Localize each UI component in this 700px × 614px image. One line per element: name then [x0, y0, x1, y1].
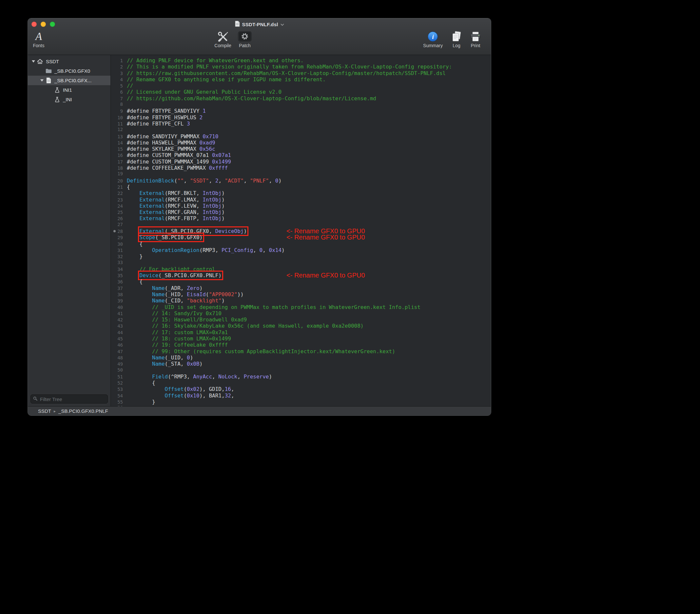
code-text: // This is a modified PNLF version origi… — [123, 64, 452, 70]
code-line-30[interactable]: 30 { — [111, 241, 491, 247]
code-text: // 18: custom LMAX=0x1499 — [123, 336, 231, 342]
log-label: Log — [452, 43, 461, 48]
code-line-36[interactable]: 36 { — [111, 278, 491, 285]
code-line-32[interactable]: 32 } — [111, 253, 491, 260]
code-line-53[interactable]: 53 Offset(0x02), GDID,16, — [111, 386, 491, 392]
code-line-49[interactable]: 49 Name(_STA, 0x0B) — [111, 361, 491, 367]
code-line-29[interactable]: 29 Scope(_SB.PCI0.GFX0)<- Rename GFX0 to… — [111, 234, 491, 240]
code-line-37[interactable]: 37 Name(_ADR, Zero) — [111, 285, 491, 291]
patch-button[interactable]: Patch — [238, 30, 252, 48]
log-button[interactable]: Log — [452, 30, 461, 48]
compile-button[interactable]: Compile — [214, 30, 231, 48]
line-number: 43 — [111, 323, 123, 329]
code-line-35[interactable]: 35 Device(_SB.PCI0.GFX0.PNLF)<- Rename G… — [111, 272, 491, 278]
code-line-9[interactable]: 9#define FBTYPE_SANDYIVY 1 — [111, 108, 491, 114]
sidebar-item-ini1[interactable]: INI1 — [28, 85, 110, 95]
method-icon — [53, 87, 61, 93]
code-line-33[interactable]: 33 — [111, 260, 491, 266]
code-text: // 15: Haswell/Broadwell 0xad9 — [123, 316, 247, 323]
line-number: 35 — [111, 273, 123, 278]
documents-icon — [452, 30, 461, 42]
patch-label: Patch — [238, 43, 252, 48]
printer-icon — [470, 30, 481, 42]
code-line-42[interactable]: 42 // 15: Haswell/Broadwell 0xad9 — [111, 316, 491, 323]
code-line-16[interactable]: 16#define CUSTOM_PWMMAX_07a1 0x07a1 — [111, 152, 491, 158]
code-line-47[interactable]: 47 // 99: Other (requires custom AppleBa… — [111, 348, 491, 354]
code-line-43[interactable]: 43 // 16: Skylake/KabyLake 0x56c (and so… — [111, 323, 491, 329]
line-number: 1 — [111, 58, 123, 63]
code-line-15[interactable]: 15#define SKYLAKE_PWMMAX 0x56c — [111, 146, 491, 152]
minimize-button[interactable] — [41, 22, 46, 27]
zoom-button[interactable] — [50, 22, 55, 27]
code-editor[interactable]: 1// Adding PNLF device for WhateverGreen… — [111, 55, 491, 406]
code-line-44[interactable]: 44 // 17: custom LMAX=0x7a1 — [111, 329, 491, 336]
code-line-26[interactable]: 26 External(RMCF.FBTP, IntObj) — [111, 215, 491, 222]
code-line-12[interactable]: 12 — [111, 127, 491, 133]
code-text: } — [123, 399, 155, 405]
fonts-button[interactable]: A Fonts — [33, 30, 44, 48]
code-line-25[interactable]: 25 External(RMCF.GRAN, IntObj) — [111, 209, 491, 215]
code-text: // For backlight control — [123, 266, 215, 272]
disclosure-triangle[interactable] — [39, 76, 45, 85]
code-line-46[interactable]: 46 // 19: CoffeeLake 0xffff — [111, 342, 491, 348]
code-line-1[interactable]: 1// Adding PNLF device for WhateverGreen… — [111, 57, 491, 64]
disclosure-triangle[interactable] — [30, 57, 36, 66]
line-number: 54 — [111, 393, 123, 398]
code-line-5[interactable]: 5// — [111, 83, 491, 89]
statusbar-breadcrumb[interactable]: SSDT ▸ _SB.PCI0.GFX0.PNLF — [28, 406, 491, 415]
line-number: 3 — [111, 71, 123, 76]
code-line-54[interactable]: 54 Offset(0x10), BAR1,32, — [111, 392, 491, 399]
code-text: #define SKYLAKE_PWMMAX 0x56c — [123, 146, 215, 152]
code-line-38[interactable]: 38 Name(_HID, EisaId("APP0002")) — [111, 291, 491, 298]
sidebar-item-ini[interactable]: _INI — [28, 95, 110, 104]
code-line-20[interactable]: 20DefinitionBlock("", "SSDT", 2, "ACDT",… — [111, 178, 491, 184]
code-line-6[interactable]: 6// Licensed under GNU General Public Li… — [111, 89, 491, 95]
code-line-14[interactable]: 14#define HASWELL_PWMMAX 0xad9 — [111, 140, 491, 146]
code-text: Device(_SB.PCI0.GFX0.PNLF) — [123, 272, 222, 278]
code-line-39[interactable]: 39 Name(_CID, "backlight") — [111, 298, 491, 304]
code-line-48[interactable]: 48 Name(_UID, 0) — [111, 354, 491, 361]
code-line-22[interactable]: 22 External(RMCF.BKLT, IntObj) — [111, 190, 491, 196]
code-line-23[interactable]: 23 External(RMCF.LMAX, IntObj) — [111, 197, 491, 203]
red-annotation-box: Device(_SB.PCI0.GFX0.PNLF) — [140, 272, 222, 278]
code-line-3[interactable]: 3// https://raw.githubusercontent.com/Re… — [111, 70, 491, 76]
code-text: // Licensed under GNU General Public Lic… — [123, 89, 282, 95]
line-number: 22 — [111, 191, 123, 196]
code-line-7[interactable]: 7// https://github.com/RehabMan/OS-X-Clo… — [111, 95, 491, 102]
code-line-21[interactable]: 21{ — [111, 184, 491, 190]
code-line-18[interactable]: 18#define COFFEELAKE_PWMMAX 0xffff — [111, 165, 491, 171]
code-text: External(RMCF.FBTP, IntObj) — [123, 215, 225, 222]
code-line-45[interactable]: 45 // 18: custom LMAX=0x1499 — [111, 336, 491, 342]
line-number: 25 — [111, 210, 123, 215]
code-text: Name(_ADR, Zero) — [123, 285, 202, 291]
code-line-17[interactable]: 17#define CUSTOM_PWMMAX_1499 0x1499 — [111, 159, 491, 165]
code-line-11[interactable]: 11#define FBTYPE_CFL 3 — [111, 121, 491, 127]
sidebar-item-ssdt[interactable]: SSDT — [28, 57, 110, 66]
code-text: External(RMCF.LEVW, IntObj) — [123, 203, 225, 209]
line-number: 33 — [111, 260, 123, 265]
sidebar-item-sb-pci0-gfx0[interactable]: _SB.PCI0.GFX0 — [28, 66, 110, 76]
code-line-10[interactable]: 10#define FBTYPE_HSWPLUS 2 — [111, 114, 491, 121]
code-line-52[interactable]: 52 { — [111, 380, 491, 386]
code-line-41[interactable]: 41 // 14: Sandy/Ivy 0x710 — [111, 310, 491, 316]
print-button[interactable]: Print — [470, 30, 481, 48]
code-line-19[interactable]: 19 — [111, 171, 491, 177]
filter-tree-input[interactable] — [39, 396, 105, 402]
code-line-13[interactable]: 13#define SANDYIVY_PWMMAX 0x710 — [111, 133, 491, 140]
code-line-8[interactable]: 8 — [111, 102, 491, 108]
code-line-55[interactable]: 55 } — [111, 399, 491, 405]
summary-button[interactable]: i Summary — [423, 30, 443, 48]
code-line-4[interactable]: 4// Rename GFX0 to anything else if your… — [111, 76, 491, 83]
close-button[interactable] — [32, 22, 37, 27]
code-line-24[interactable]: 24 External(RMCF.LEVW, IntObj) — [111, 203, 491, 209]
sidebar-item-sb-pci0-gfx[interactable]: _SB.PCI0.GFX... — [28, 76, 110, 85]
filter-field — [30, 394, 108, 404]
code-line-31[interactable]: 31 OperationRegion(RMP3, PCI_Config, 0, … — [111, 247, 491, 253]
code-line-2[interactable]: 2// This is a modified PNLF version orig… — [111, 64, 491, 70]
breadcrumb-root: SSDT — [38, 408, 51, 414]
code-line-50[interactable]: 50 — [111, 367, 491, 374]
code-line-51[interactable]: 51 Field(^RMP3, AnyAcc, NoLock, Preserve… — [111, 374, 491, 380]
window-title-group[interactable]: SSDT-PNLF.dsl — [235, 21, 284, 28]
code-line-40[interactable]: 40 // _UID is set depending on PWMMax to… — [111, 304, 491, 310]
line-number: 19 — [111, 171, 123, 176]
